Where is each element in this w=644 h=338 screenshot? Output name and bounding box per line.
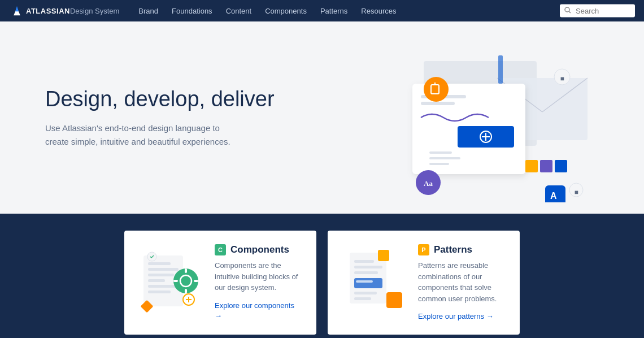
cards-section: C Components Components are the intuitiv… [0, 214, 644, 338]
brand-ds-text: Design System [70, 7, 119, 15]
svg-point-13 [424, 77, 449, 102]
components-link[interactable]: Explore our components → [215, 301, 294, 320]
svg-rect-34 [148, 268, 179, 271]
svg-rect-57 [354, 297, 371, 300]
svg-rect-59 [386, 292, 402, 308]
nav-resources-link[interactable]: Resources [355, 5, 402, 18]
svg-text:A: A [550, 191, 557, 201]
components-title: Components [230, 244, 289, 255]
svg-rect-54 [354, 278, 382, 288]
hero-section: Design, develop, deliver Use Atlassian's… [0, 21, 644, 214]
patterns-card-content: P Patterns Patterns are reusable combina… [418, 244, 506, 321]
hero-illustration-svg: Aa A [339, 38, 610, 202]
svg-rect-33 [148, 262, 171, 265]
svg-rect-28 [429, 151, 452, 154]
components-title-row: C Components [215, 244, 303, 255]
components-card-content: C Components Components are the intuitiv… [215, 244, 303, 320]
svg-rect-55 [356, 280, 373, 283]
svg-rect-56 [354, 292, 377, 294]
brand-atlassian-text: ATLASSIAN [26, 7, 70, 15]
svg-rect-17 [525, 160, 538, 172]
svg-rect-38 [148, 291, 171, 293]
hero-text: Design, develop, deliver Use Atlassian's… [45, 86, 282, 149]
patterns-icon: P [418, 244, 429, 255]
svg-rect-52 [354, 266, 382, 268]
svg-point-0 [565, 7, 569, 12]
brand-logo[interactable]: ATLASSIAN Design System [11, 5, 119, 16]
hero-subtitle: Use Atlassian's end-to-end design langua… [45, 122, 237, 149]
atlassian-logo-icon [11, 5, 23, 16]
nav-patterns-link[interactable]: Patterns [315, 5, 353, 18]
svg-rect-8 [421, 102, 455, 105]
svg-rect-43 [173, 280, 178, 282]
nav-content-link[interactable]: Content [220, 5, 258, 18]
hero-title: Design, develop, deliver [45, 86, 282, 112]
search-icon [564, 7, 571, 15]
components-icon: C [215, 244, 226, 255]
hero-illustration: Aa A [339, 38, 610, 202]
svg-rect-18 [540, 160, 552, 172]
components-desc: Components are the intuitive building bl… [215, 260, 303, 293]
svg-text:Aa: Aa [424, 179, 433, 188]
svg-point-16 [554, 69, 570, 85]
svg-rect-19 [555, 160, 567, 172]
patterns-link[interactable]: Explore our patterns → [418, 312, 494, 320]
nav-components-link[interactable]: Components [259, 5, 312, 18]
patterns-title: Patterns [434, 244, 472, 255]
svg-rect-41 [185, 268, 187, 273]
navbar: ATLASSIAN Design System Brand Foundation… [0, 0, 644, 21]
svg-rect-37 [148, 285, 176, 288]
svg-rect-51 [354, 260, 374, 263]
svg-rect-35 [148, 274, 174, 276]
search-wrapper [560, 5, 635, 18]
components-illustration [138, 244, 206, 312]
nav-brand-link[interactable]: Brand [133, 5, 164, 18]
svg-point-31 [569, 183, 583, 197]
svg-rect-53 [354, 271, 378, 274]
svg-rect-58 [378, 250, 389, 261]
svg-rect-36 [148, 279, 165, 282]
nav-links: Brand Foundations Content Components Pat… [133, 5, 633, 18]
patterns-desc: Patterns are reusable combinations of ou… [418, 260, 506, 304]
nav-foundations-link[interactable]: Foundations [166, 5, 218, 18]
svg-rect-44 [194, 280, 198, 282]
svg-rect-27 [498, 55, 503, 84]
svg-rect-29 [429, 157, 460, 159]
patterns-title-row: P Patterns [418, 244, 506, 255]
components-card: C Components Components are the intuitiv… [124, 231, 316, 335]
svg-rect-30 [429, 163, 449, 165]
svg-rect-42 [185, 289, 187, 293]
patterns-illustration [341, 244, 409, 312]
svg-line-1 [569, 11, 571, 13]
patterns-card: P Patterns Patterns are reusable combina… [328, 231, 520, 335]
